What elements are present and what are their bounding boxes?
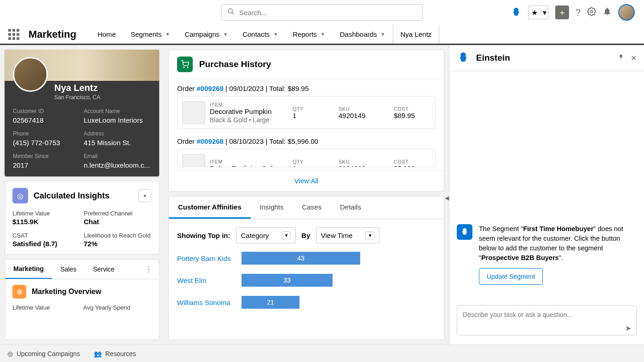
col-label: ITEM [210,159,288,164]
svg-point-0 [228,9,232,13]
nav-record-tab[interactable]: Nya Lentz [393,23,440,44]
nav-contacts[interactable]: Contacts▼ [235,24,285,45]
item-qty: 1 [293,112,334,119]
search-input[interactable] [239,9,417,17]
overview-col1: Lifetime Value [12,304,80,311]
view-all-link[interactable]: View All [169,170,444,191]
tab-marketing[interactable]: Marketing [5,260,52,279]
chart-category-label[interactable]: Williams Sonoma [177,299,242,306]
insights-menu-button[interactable]: ▼ [138,189,151,202]
tab-details[interactable]: Details [331,197,370,219]
update-segment-button[interactable]: Update Segment [479,268,543,285]
chart-bar: 43 [242,252,360,265]
send-icon[interactable]: ➤ [625,324,631,333]
app-launcher-icon[interactable] [8,29,19,40]
field-value: 02567418 [13,116,80,124]
chart-category-label[interactable]: West Elm [177,277,242,284]
nav-segments[interactable]: Segments▼ [123,24,177,45]
col-label: ITEM [210,102,288,107]
center-column: Purchase History Order #009269 | 09/01/2… [164,45,449,345]
field-label: Member Since [13,153,80,159]
help-icon[interactable]: ? [575,7,581,18]
tab-service[interactable]: Service [85,260,123,278]
global-header: ★ ▾ ＋ ? [0,0,644,25]
select-value: View Time [321,232,353,239]
item-qty: 1 [293,164,334,168]
chevron-down-icon: ▼ [143,193,147,198]
einstein-header: Einstein ✕ [449,45,644,71]
tab-sales[interactable]: Sales [52,260,85,278]
tab-more-icon[interactable]: ⋮ [138,265,159,274]
einstein-input[interactable] [457,305,637,335]
nav-label: Dashboards [340,30,377,38]
chart-bar: 33 [242,274,333,287]
item-sku-col: SKU8294020 [339,159,389,168]
chevron-down-icon: ▼ [273,32,278,37]
tab-insights[interactable]: Insights [251,197,293,219]
footer-label: Resources [105,350,136,357]
order-number-link[interactable]: #009268 [197,137,224,145]
field-value: 415 Mission St. [84,139,151,147]
nav-home[interactable]: Home [90,24,123,45]
chevron-down-icon: ▾ [540,8,548,17]
nav-campaigns[interactable]: Campaigns▼ [177,24,235,45]
chevron-down-icon: ▼ [282,232,291,239]
showing-label: Showing Top in: [177,232,230,239]
by-select[interactable]: View Time ▼ [316,227,380,243]
nav-dashboards[interactable]: Dashboards▼ [333,24,393,45]
gear-icon[interactable] [587,7,596,18]
category-select[interactable]: Category ▼ [236,227,296,243]
profile-avatar [13,57,48,92]
col-label: COST [394,106,431,112]
nav-label: Nya Lentz [401,30,432,38]
insights-icon: ◎ [12,188,28,204]
einstein-message: The Segment "First Time Homebuyer" does … [457,224,637,285]
collapse-caret-icon[interactable]: ◀ [445,195,449,201]
primary-nav: Marketing Home Segments▼ Campaigns▼ Cont… [0,25,644,45]
nav-reports[interactable]: Reports▼ [285,24,332,45]
add-button[interactable]: ＋ [555,6,569,19]
col-label: COST [394,159,431,164]
cart-icon [177,57,193,72]
footer-upcoming-campaigns[interactable]: ◎ Upcoming Campaigns [7,350,80,357]
plus-icon: ＋ [558,7,566,18]
item-cost: $89.95 [394,112,431,119]
close-icon[interactable]: ✕ [631,54,637,62]
tab-customer-affinities[interactable]: Customer Affinities [169,197,251,219]
svg-point-4 [187,67,188,68]
favorite-button[interactable]: ★ ▾ [528,6,549,19]
chart-row: Pottery Barn Kids43 [177,252,436,265]
footer-resources[interactable]: 👥 Resources [94,350,136,357]
star-icon: ★ [529,8,540,17]
item-name: Dalton Reclining Sofa [210,164,288,168]
insights-card: ◎ Calculated Insights ▼ Lifetime Value$1… [5,181,159,255]
chart-category-label[interactable]: Pottery Barn Kids [177,255,242,262]
field-label: Customer ID [13,108,80,114]
order-summary: Order #009269 | 09/01/2023 | Total: $89.… [177,85,436,92]
col-label: QTY [293,106,334,112]
item-name-col: ITEM Dalton Reclining Sofa [210,159,288,168]
tab-cases[interactable]: Cases [293,197,331,219]
insight-likelihood-gold: Likelihood to Reach Gold72% [84,232,151,248]
chevron-down-icon: ▼ [365,232,374,239]
profile-location: San Francisco, CA [54,94,151,101]
target-icon: ◎ [7,350,13,357]
field-phone: Phone(415) 772-0753 [13,130,80,147]
pin-icon[interactable] [618,54,624,62]
order-number-link[interactable]: #009269 [197,85,224,92]
einstein-icon[interactable] [511,7,522,18]
global-search[interactable] [221,4,423,21]
footer-label: Upcoming Campaigns [17,350,80,357]
einstein-body: The Segment "First Time Homebuyer" does … [449,71,644,300]
bell-icon[interactable] [603,7,612,18]
order-prefix: Order [177,137,197,145]
affinities-card: Customer Affinities Insights Cases Detai… [168,196,444,340]
col-label: SKU [339,106,389,112]
chevron-down-icon: ▼ [321,32,325,37]
field-value: 72% [84,240,151,248]
field-email: Emailn.lentz@luxeloom.c... [84,153,151,169]
item-name: Decorative Pumpkin [210,107,288,115]
user-avatar[interactable] [618,4,635,21]
field-label: Preferred Channel [84,210,151,217]
overview-title: Marketing Overview [32,288,101,296]
